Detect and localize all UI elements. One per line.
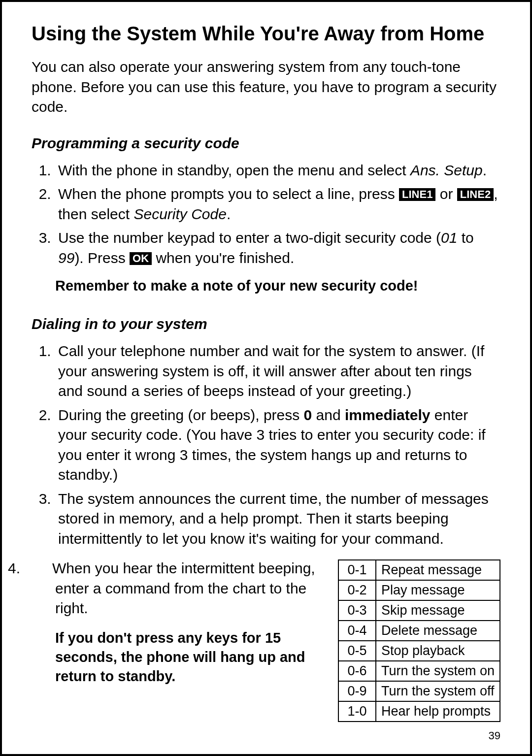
step-b2-mid: and <box>312 407 345 423</box>
range-99: 99 <box>58 250 74 266</box>
cmd-label: Turn the system on <box>376 661 500 681</box>
step-a1-pre: With the phone in standby, open the menu… <box>58 162 410 178</box>
step-a2: When the phone prompts you to select a l… <box>55 184 500 224</box>
cmd-code: 0-3 <box>338 600 376 621</box>
step-a2-pre: When the phone prompts you to select a l… <box>58 186 399 202</box>
cmd-code: 0-5 <box>338 641 376 661</box>
section-a-steps: With the phone in standby, open the menu… <box>32 161 500 268</box>
cmd-label: Skip message <box>376 600 500 621</box>
cmd-label: Delete message <box>376 621 500 641</box>
table-row: 0-1Repeat message <box>338 560 500 580</box>
timeout-warning: If you don't press any keys for 15 secon… <box>32 628 323 686</box>
table-row: 1-0Hear help prompts <box>338 701 500 722</box>
table-row: 0-4Delete message <box>338 621 500 641</box>
step-a3-pre: Use the number keypad to enter a two-dig… <box>58 230 441 246</box>
section-b: Dialing in to your system Call your tele… <box>32 316 500 722</box>
step-b2-pre: During the greeting (or beeps), press <box>58 407 304 423</box>
page-title: Using the System While You're Away from … <box>32 22 500 45</box>
step-a1-post: . <box>483 162 487 178</box>
key-line1: LINE1 <box>399 188 435 201</box>
cmd-label: Repeat message <box>376 560 500 580</box>
security-code-note: Remember to make a note of your new secu… <box>55 278 500 294</box>
section-b-steps: Call your telephone number and wait for … <box>32 341 500 549</box>
word-immediately: immediately <box>345 407 430 423</box>
section-a-title: Programming a security code <box>32 135 500 152</box>
step-a3: Use the number keypad to enter a two-dig… <box>55 228 500 268</box>
step-a3-mid: to <box>457 230 473 246</box>
cmd-code: 1-0 <box>338 701 376 722</box>
table-row: 0-3Skip message <box>338 600 500 621</box>
menu-security-code: Security Code <box>133 206 226 222</box>
step-b4: 4.When you hear the intermittent beeping… <box>32 559 323 619</box>
step-b1: Call your telephone number and wait for … <box>55 341 500 401</box>
section-b-title: Dialing in to your system <box>32 316 500 332</box>
step-b4-text: When you hear the intermittent beeping, … <box>52 560 315 616</box>
step-a2-mid: or <box>435 186 457 202</box>
key-ok: OK <box>130 252 152 265</box>
step-a3-after: ). Press <box>74 250 130 266</box>
table-row: 0-9Turn the system off <box>338 681 500 701</box>
command-table: 0-1Repeat message 0-2Play message 0-3Ski… <box>338 559 500 722</box>
table-row: 0-6Turn the system on <box>338 661 500 681</box>
table-row: 0-5Stop playback <box>338 641 500 661</box>
range-01: 01 <box>441 230 457 246</box>
step-b4-left: 4.When you hear the intermittent beeping… <box>32 559 323 686</box>
cmd-code: 0-6 <box>338 661 376 681</box>
step-b2: During the greeting (or beeps), press 0 … <box>55 405 500 485</box>
key-line2: LINE2 <box>457 188 494 201</box>
step-a3-post: when you're finished. <box>152 250 294 266</box>
intro-paragraph: You can also operate your answering syst… <box>32 57 500 117</box>
step-b4-num: 4. <box>32 559 52 579</box>
cmd-code: 0-1 <box>338 560 376 580</box>
cmd-label: Play message <box>376 580 500 600</box>
key-0: 0 <box>304 407 312 423</box>
cmd-label: Hear help prompts <box>376 701 500 722</box>
manual-page: Using the System While You're Away from … <box>0 0 532 756</box>
cmd-code: 0-9 <box>338 681 376 701</box>
cmd-code: 0-2 <box>338 580 376 600</box>
cmd-code: 0-4 <box>338 621 376 641</box>
page-number: 39 <box>489 729 500 742</box>
cmd-label: Turn the system off <box>376 681 500 701</box>
menu-ans-setup: Ans. Setup <box>410 162 483 178</box>
step-b4-row: 4.When you hear the intermittent beeping… <box>32 559 500 722</box>
step-a2-post: . <box>227 206 231 222</box>
step-b3: The system announces the current time, t… <box>55 489 500 549</box>
cmd-label: Stop playback <box>376 641 500 661</box>
step-a1: With the phone in standby, open the menu… <box>55 161 500 181</box>
table-row: 0-2Play message <box>338 580 500 600</box>
